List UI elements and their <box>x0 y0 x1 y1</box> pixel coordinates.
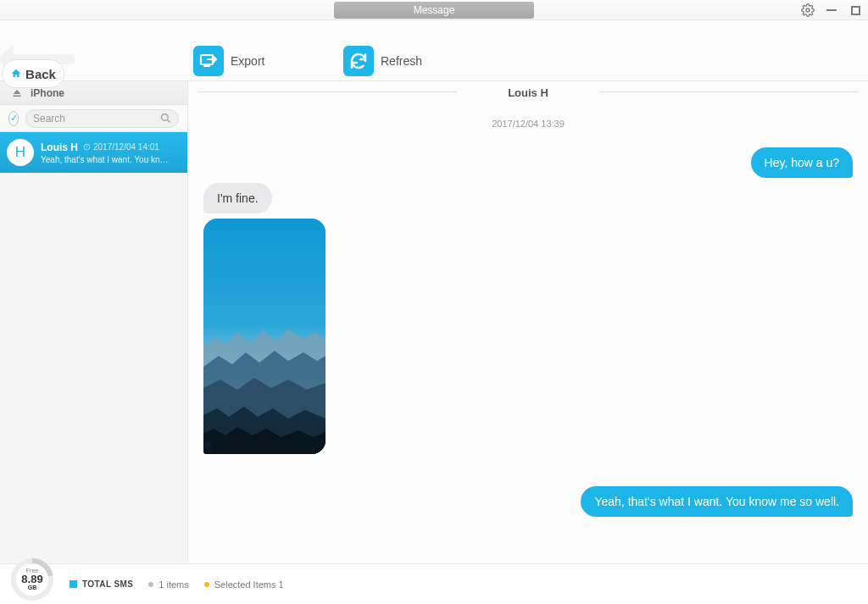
toolbar: Back Export Refresh <box>0 20 868 81</box>
maximize-button[interactable] <box>848 3 863 18</box>
date-separator: 2017/12/04 13:39 <box>203 119 853 129</box>
search-field-wrap[interactable] <box>25 109 179 128</box>
thread-item[interactable]: H Louis H 2017/12/04 14:01 Yeah, that's … <box>0 132 187 173</box>
storage-free-unit: GB <box>28 585 37 590</box>
search-input[interactable] <box>33 113 160 125</box>
refresh-button[interactable]: Refresh <box>343 46 422 76</box>
message-text: I'm fine. <box>217 191 259 205</box>
message-bubble-out[interactable]: Yeah, that's what I want. You know me so… <box>581 486 853 517</box>
clock-icon <box>83 143 91 151</box>
settings-gear-icon[interactable] <box>800 3 815 18</box>
export-icon <box>193 46 224 76</box>
message-panel: Louis H 2017/12/04 13:39 Hey, how a u? I… <box>188 81 868 563</box>
avatar-initial: H <box>15 144 25 161</box>
back-button[interactable]: Back <box>2 59 64 88</box>
refresh-label: Refresh <box>381 54 422 68</box>
message-row-in: I'm fine. <box>203 183 853 213</box>
thread-preview: Yeah, that's what I want. You kn… <box>41 155 181 164</box>
export-button[interactable]: Export <box>193 46 264 76</box>
thread-name: Louis H <box>41 141 78 153</box>
avatar: H <box>7 139 34 166</box>
message-text: Yeah, that's what I want. You know me so… <box>594 495 839 508</box>
conversation-header: Louis H <box>188 81 868 103</box>
back-button-label: Back <box>25 67 56 81</box>
minimize-button[interactable] <box>824 3 839 18</box>
titlebar: Message <box>0 0 868 20</box>
svg-rect-2 <box>14 95 21 97</box>
message-row-out: Hey, how a u? <box>203 147 853 178</box>
total-sms-label: TOTAL SMS <box>82 579 133 589</box>
storage-indicator: Free 8.89 GB <box>10 557 54 601</box>
refresh-icon <box>343 46 374 76</box>
footer: Free 8.89 GB TOTAL SMS 1 items Selected … <box>0 563 868 604</box>
legend-square-icon <box>70 580 77 588</box>
total-sms-legend: TOTAL SMS <box>70 579 133 589</box>
export-label: Export <box>231 54 264 68</box>
dot-icon <box>204 582 209 587</box>
message-text: Hey, how a u? <box>765 156 839 169</box>
thread-time: 2017/12/04 14:01 <box>83 142 159 152</box>
selected-text: Selected Items 1 <box>214 579 284 590</box>
message-bubble-out[interactable]: Hey, how a u? <box>751 147 853 178</box>
conversation-contact-name: Louis H <box>499 86 557 99</box>
home-icon <box>10 68 22 80</box>
search-icon <box>160 113 171 124</box>
sidebar: iPhone ✓ H Louis H 2017/12/04 14:01 <box>0 81 188 563</box>
window-title-pill: Message <box>334 2 534 19</box>
svg-point-3 <box>162 114 169 121</box>
eject-icon <box>12 89 22 97</box>
search-row: ✓ <box>0 105 187 132</box>
items-text: 1 items <box>159 579 188 590</box>
selected-count: Selected Items 1 <box>204 579 284 590</box>
select-all-checkbox[interactable]: ✓ <box>8 111 19 126</box>
message-row-in-image <box>203 219 853 454</box>
message-bubble-in[interactable]: I'm fine. <box>203 183 272 213</box>
items-count: 1 items <box>148 579 188 590</box>
device-name: iPhone <box>31 87 64 99</box>
message-image[interactable] <box>203 219 326 454</box>
svg-point-0 <box>806 8 810 12</box>
message-scroll[interactable]: 2017/12/04 13:39 Hey, how a u? I'm fine. <box>188 103 868 563</box>
dot-icon <box>148 582 153 587</box>
message-row-out: Yeah, that's what I want. You know me so… <box>203 486 853 517</box>
storage-free-value: 8.89 <box>21 574 42 585</box>
window-title: Message <box>414 4 455 16</box>
